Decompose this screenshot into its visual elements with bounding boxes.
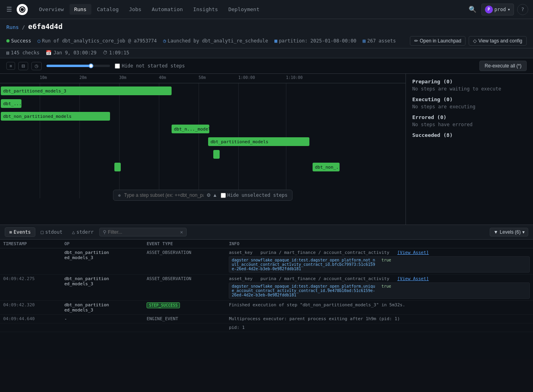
hamburger-menu[interactable]: ☰ xyxy=(5,4,14,15)
step-success-badge: STEP_SUCCESS xyxy=(147,302,180,308)
help-button[interactable]: ? xyxy=(517,4,528,15)
prod-selector[interactable]: P prod ▾ xyxy=(481,4,514,15)
nav-runs[interactable]: Runs xyxy=(70,4,91,15)
bar-dbt-non-2[interactable]: dbt_non_... xyxy=(313,163,340,171)
etype-2: ASSET_OBSERVATION xyxy=(143,275,226,301)
launched-text: Launched by dbt_analyti_re_schedule xyxy=(168,38,268,44)
hide-not-started-checkbox[interactable]: Hide not started steps xyxy=(115,63,185,69)
events-label: Events xyxy=(14,229,31,235)
log-row-2: 04:09:42.275 dbt_non_partition ed_models… xyxy=(0,275,533,301)
bar-dbt-non-partitioned[interactable]: dbt_non_partitioned_models xyxy=(1,112,110,121)
view-asset-link-2[interactable]: [View Asset] xyxy=(397,276,429,281)
nav-overview[interactable]: Overview xyxy=(34,4,69,15)
slider-thumb[interactable] xyxy=(89,63,93,68)
duration-info: ⏱ 1:09:15 xyxy=(103,50,129,56)
clear-filter-icon[interactable]: ✕ xyxy=(180,229,183,235)
bar-small-1[interactable] xyxy=(213,150,220,159)
hide-checkbox-input[interactable] xyxy=(115,63,120,69)
tab-events[interactable]: ≡ Events xyxy=(5,227,35,237)
breadcrumb-runs[interactable]: Runs xyxy=(6,24,19,30)
success-badge: Success xyxy=(6,38,31,44)
nav-jobs[interactable]: Jobs xyxy=(124,4,146,15)
main-content: 10m 20m 30m 40m 50m 1:00:00 1:10:00 dbt_… xyxy=(0,74,533,225)
nav-deployment[interactable]: Deployment xyxy=(224,4,264,15)
gantt-btn-2[interactable]: ⊟ xyxy=(18,62,28,70)
gantt-container: 10m 20m 30m 40m 50m 1:00:00 1:10:00 dbt_… xyxy=(0,74,406,225)
tab-stdout[interactable]: □ stdout xyxy=(37,228,67,236)
run-icon: ○ xyxy=(38,38,41,44)
nav-automation[interactable]: Automation xyxy=(147,4,187,15)
view-tags-button[interactable]: ◇ View tags and config xyxy=(469,36,527,46)
hide-unsel-label: Hide unselected steps xyxy=(227,192,288,198)
info-detail-2: dagster_snowflake_opaque_id:test.dagster… xyxy=(229,282,530,299)
etype-4: ENGINE_EVENT xyxy=(143,315,226,323)
date-info: 📅 Jan 9, 03:00:29 xyxy=(46,50,96,56)
executing-section: Executing (0) No steps are executing xyxy=(412,96,527,110)
info-3: Finished execution of step "dbt_non_part… xyxy=(226,301,533,315)
nav-insights[interactable]: Insights xyxy=(188,4,223,15)
info-4: Multiprocess executor: parent process ex… xyxy=(226,315,533,323)
prod-avatar: P xyxy=(485,6,493,13)
re-execute-button[interactable]: Re-execute all (*) xyxy=(479,61,527,71)
tab-stderr[interactable]: △ stderr xyxy=(68,228,98,236)
prod-chevron-icon: ▾ xyxy=(508,7,510,12)
info-2: asset_key purina / mart_finance / accoun… xyxy=(226,275,533,301)
hide-unselected-input[interactable] xyxy=(220,193,226,198)
gantt-btn-1[interactable]: ≡ xyxy=(6,62,15,70)
time-30m: 30m xyxy=(119,75,126,80)
status-bar2: ▤ 145 checks 📅 Jan 9, 03:00:29 ⏱ 1:09:15 xyxy=(0,48,533,58)
filter-input[interactable] xyxy=(108,229,179,235)
ts-5 xyxy=(0,323,61,332)
open-launchpad-button[interactable]: ✏ Open in Launchpad xyxy=(410,36,466,46)
bar-small-2[interactable] xyxy=(114,163,121,171)
subset-settings-icon[interactable]: ⚙ xyxy=(207,192,211,198)
right-panel: Preparing (0) No steps are waiting to ex… xyxy=(406,74,533,225)
clock-icon: ⏱ xyxy=(103,50,108,56)
partition-icon: ▦ xyxy=(274,38,277,44)
bar-dbt-partitioned[interactable]: dbt_partitioned_models xyxy=(208,137,309,146)
view-asset-link-1[interactable]: [View Asset] xyxy=(397,250,429,255)
col-info: INFO xyxy=(226,240,533,248)
stdout-icon: □ xyxy=(41,229,44,235)
ts-1 xyxy=(0,248,61,275)
zoom-slider[interactable] xyxy=(46,65,110,67)
levels-label: Levels (6) xyxy=(500,229,521,235)
hide-label: Hide not started steps xyxy=(122,63,185,69)
executing-sub: No steps are executing xyxy=(412,104,527,110)
chevron-down-icon: ▾ xyxy=(522,229,525,235)
page-title: e6fa4d4d xyxy=(28,22,63,31)
levels-button[interactable]: ▼ Levels (6) ▾ xyxy=(490,228,528,236)
preparing-title: Preparing (0) xyxy=(412,79,527,85)
logs-tabs: ≡ Events □ stdout △ stderr ⚲ ✕ ▼ Levels … xyxy=(0,225,533,240)
checks-text: 145 checks xyxy=(11,50,39,56)
log-filter[interactable]: ⚲ ✕ xyxy=(99,228,187,236)
succeeded-section: Succeeded (8) xyxy=(412,132,527,138)
status-bar: Success ○ Run of dbt_analytics_core_job … xyxy=(0,34,533,48)
bar-dbt-n-models[interactable]: dbt_n..._models xyxy=(172,125,209,133)
launched-icon: ◷ xyxy=(163,38,166,44)
time-ruler: 10m 20m 30m 40m 50m 1:00:00 1:10:00 xyxy=(0,74,406,83)
search-button[interactable]: 🔍 xyxy=(467,4,478,15)
gantt-btn-3[interactable]: ◷ xyxy=(31,62,42,70)
ts-3: 04:09:42.320 xyxy=(0,301,61,315)
grid-line-10m xyxy=(40,83,40,198)
launched-by: ◷ Launched by dbt_analyti_re_schedule xyxy=(163,38,268,44)
subset-up-icon[interactable]: ▲ xyxy=(212,192,217,198)
log-row-4: 04:09:44.640 - ENGINE_EVENT Multiprocess… xyxy=(0,315,533,323)
etype-5 xyxy=(143,323,226,332)
bar-dbt-partitioned-3[interactable]: dbt_partitioned_models_3 xyxy=(1,86,172,95)
breadcrumb: Runs / e6fa4d4d xyxy=(6,22,63,31)
op-3: dbt_non_partition ed_models_3 xyxy=(61,301,143,315)
nav-catalog[interactable]: Catalog xyxy=(92,4,124,15)
page-header: Runs / e6fa4d4d xyxy=(0,19,533,34)
step-subset-bar: ✲ ⚙ ▲ Hide unselected steps xyxy=(113,190,293,201)
step-subset-input[interactable] xyxy=(124,192,203,198)
calendar-icon: 📅 xyxy=(46,50,52,56)
hide-unselected-checkbox[interactable]: Hide unselected steps xyxy=(220,192,288,198)
time-1h: 1:00:00 xyxy=(238,75,255,80)
etype-3: STEP_SUCCESS xyxy=(143,301,226,315)
grid-line-20m xyxy=(79,83,80,198)
bar-dbt-2[interactable]: dbt_... xyxy=(1,99,21,108)
gantt-toolbar: ≡ ⊟ ◷ Hide not started steps Re-execute … xyxy=(0,58,533,74)
log-row-5: pid: 1 xyxy=(0,323,533,332)
